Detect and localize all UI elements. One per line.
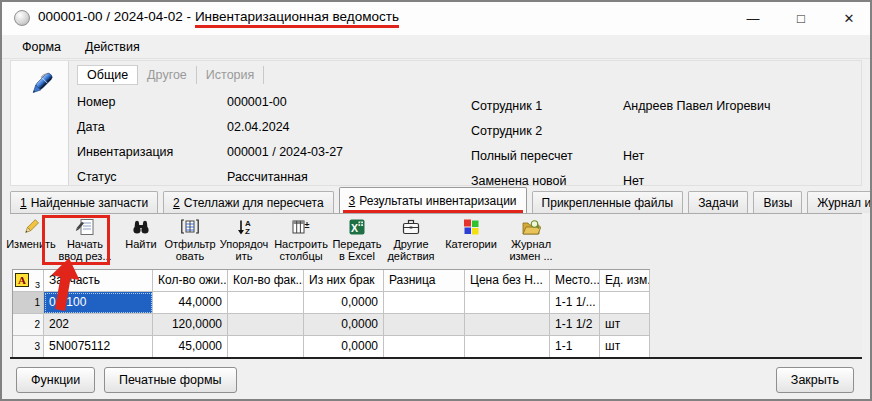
- tab-obshchie[interactable]: Общие: [77, 65, 138, 85]
- results-tab-page: Изменить Начатьввод рез... Найти Отфильт…: [10, 213, 862, 359]
- grid-cell[interactable]: [228, 292, 304, 314]
- grid-cell[interactable]: 1-1 1/2: [550, 314, 600, 336]
- configure-columns-button[interactable]: ± Настроитьстолбцы: [272, 214, 330, 268]
- col-header-mesto[interactable]: Место...: [550, 270, 600, 292]
- close-button[interactable]: Закрыть: [776, 367, 854, 393]
- menu-forma[interactable]: Форма: [12, 38, 71, 56]
- grid-corner-cell[interactable]: A 3: [13, 270, 44, 292]
- sort-icon: AZ: [235, 217, 253, 237]
- filter-button[interactable]: Отфильтровать: [164, 214, 216, 268]
- maximize-button[interactable]: □: [790, 11, 812, 26]
- minimize-button[interactable]: —: [742, 11, 764, 26]
- field-value: 000001-00: [227, 95, 287, 109]
- field-value: Андреев Павел Игоревич: [623, 99, 771, 113]
- tab-accel: 1: [20, 196, 27, 210]
- grid-cell[interactable]: [600, 292, 650, 314]
- tab-rezultaty-inventarizacii[interactable]: 3Результаты инвентаризации: [339, 187, 527, 213]
- tab-stellazhi[interactable]: 2Стеллажи для пересчета: [163, 191, 334, 213]
- grid-cell[interactable]: [465, 336, 550, 358]
- row-header[interactable]: 2: [13, 314, 44, 336]
- field-label: Полный пересчет: [471, 149, 623, 163]
- tab-label: Журнал изменений: [817, 196, 872, 210]
- button-label2: в Excel: [339, 250, 375, 262]
- excel-icon: X: [348, 217, 366, 237]
- binoculars-icon: [131, 217, 151, 237]
- column-a-icon: A: [15, 273, 29, 287]
- col-header-kolvo-fakt[interactable]: Кол-во фак...: [228, 270, 304, 292]
- edit-button[interactable]: Изменить: [12, 214, 50, 268]
- grid-cell[interactable]: шт: [600, 314, 650, 336]
- col-header-zapchast[interactable]: Запчасть: [44, 270, 153, 292]
- grid-cell[interactable]: 1-1: [550, 336, 600, 358]
- tab-zadachi[interactable]: Задачи: [688, 191, 748, 213]
- categories-button[interactable]: Категории: [440, 214, 502, 268]
- grid-cell[interactable]: 0,0000: [304, 292, 384, 314]
- field-label: Сотрудник 2: [471, 124, 623, 138]
- grid-cell[interactable]: 5N0075112: [44, 336, 153, 358]
- tab-istoriya[interactable]: История: [197, 66, 264, 84]
- grid-cell[interactable]: [228, 336, 304, 358]
- sort-button[interactable]: AZ Упорядочить: [218, 214, 270, 268]
- print-forms-button[interactable]: Печатные формы: [104, 367, 237, 393]
- field-label: Дата: [77, 120, 227, 134]
- results-grid: A 3 Запчасть Кол-во ожи... Кол-во фак...…: [12, 269, 650, 358]
- col-header-ed-izm[interactable]: Ед. изм.: [600, 270, 650, 292]
- field-sotrudnik1: Сотрудник 1 Андреев Павел Игоревич: [471, 93, 771, 118]
- other-actions-button[interactable]: Другиедействия: [384, 214, 438, 268]
- button-label: Категории: [445, 238, 497, 250]
- functions-button[interactable]: Функции: [16, 367, 95, 393]
- field-inventarizaciya: Инвентаризация 000001 / 2024-03-27: [77, 139, 343, 164]
- change-log-button[interactable]: Журнализмен ...: [504, 214, 558, 268]
- grid-cell[interactable]: [384, 336, 465, 358]
- col-header-kolvo-ozhid[interactable]: Кол-во ожи...: [153, 270, 228, 292]
- tab-label: Визы: [763, 196, 792, 210]
- tab-naydennye-zapchasti[interactable]: 1Найденные запчасти: [10, 191, 158, 213]
- briefcase-icon: [401, 217, 421, 237]
- find-button[interactable]: Найти: [120, 214, 162, 268]
- grid-cell[interactable]: 45,0000: [153, 336, 228, 358]
- grid-cell[interactable]: 0,0000: [304, 314, 384, 336]
- grid-cell[interactable]: [228, 314, 304, 336]
- tab-zhurnal-izmeneniy[interactable]: Журнал изменений: [807, 191, 872, 213]
- grid-cell[interactable]: 202: [44, 314, 153, 336]
- col-header-iz-nih-brak[interactable]: Из них брак: [304, 270, 384, 292]
- grid-cell-selected[interactable]: 01-100: [44, 292, 153, 314]
- app-icon: [14, 10, 30, 26]
- grid-cell[interactable]: 44,0000: [153, 292, 228, 314]
- window-title-prefix: 000001-00 / 2024-04-02 -: [38, 9, 195, 24]
- menu-deystviya[interactable]: Действия: [75, 38, 150, 56]
- pen-icon: [21, 65, 59, 109]
- inventory-sheet-window: 000001-00 / 2024-04-02 - Инвентаризацион…: [0, 0, 872, 401]
- page-tabstrip: 1Найденные запчасти 2Стеллажи для пересч…: [10, 186, 862, 213]
- grid-cell[interactable]: [384, 292, 465, 314]
- grid-cell[interactable]: 120,0000: [153, 314, 228, 336]
- close-icon[interactable]: ✕: [838, 11, 860, 26]
- row-header[interactable]: 3: [13, 336, 44, 358]
- export-excel-button[interactable]: X Передатьв Excel: [332, 214, 382, 268]
- field-value: 02.04.2024: [227, 120, 290, 134]
- row-header[interactable]: 1: [13, 292, 44, 314]
- form-icon-strip: [11, 61, 69, 185]
- tab-label: Результаты инвентаризации: [359, 194, 516, 208]
- grid-cell[interactable]: [465, 314, 550, 336]
- field-value: 000001 / 2024-03-27: [227, 145, 343, 159]
- button-label: Журнал: [511, 238, 551, 250]
- col-header-cena[interactable]: Цена без Н...: [465, 270, 550, 292]
- grid-cell[interactable]: 1-1 1/...: [550, 292, 600, 314]
- tab-vizy[interactable]: Визы: [753, 191, 802, 213]
- window-title: 000001-00 / 2024-04-02 - Инвентаризацион…: [38, 9, 399, 24]
- grid-cell[interactable]: шт: [600, 336, 650, 358]
- grid-cell[interactable]: [384, 314, 465, 336]
- annotation-underline: [343, 210, 523, 213]
- tab-label: Найденные запчасти: [31, 196, 148, 210]
- button-label2: ввод рез...: [58, 250, 111, 262]
- tab-drugoe[interactable]: Другое: [138, 66, 197, 84]
- grid-cell[interactable]: [465, 292, 550, 314]
- grid-cell[interactable]: 0,0000: [304, 336, 384, 358]
- col-header-raznica[interactable]: Разница: [384, 270, 465, 292]
- svg-text:X: X: [351, 222, 358, 234]
- tab-prikreplennye-fayly[interactable]: Прикрепленные файлы: [532, 191, 684, 213]
- button-label: Изменить: [6, 238, 56, 250]
- menubar: Форма Действия: [2, 35, 870, 59]
- start-entry-button[interactable]: Начатьввод рез...: [52, 214, 118, 268]
